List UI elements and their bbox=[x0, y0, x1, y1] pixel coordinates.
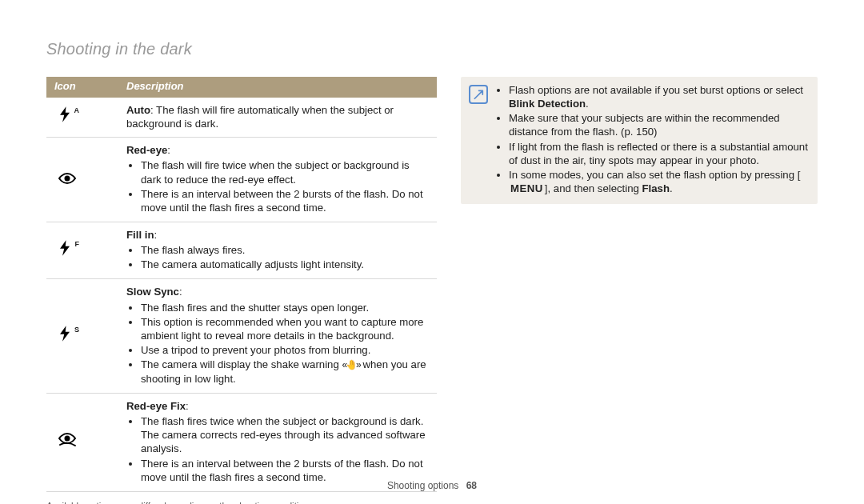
row-bullet: The camera automatically adjusts light i… bbox=[141, 258, 429, 271]
note-item: Make sure that your subjects are within … bbox=[509, 111, 810, 138]
table-row: Red-eye Fix:The flash fires twice when t… bbox=[46, 393, 437, 491]
row-bullet: The flash always fires. bbox=[141, 243, 429, 257]
row-bullets: The flash fires and the shutter stays op… bbox=[126, 301, 429, 386]
row-bullet: The flash fires twice when the subject o… bbox=[141, 414, 429, 455]
row-bullet: The flash will fire twice when the subje… bbox=[141, 158, 429, 186]
desc-cell: Red-eye:The flash will fire twice when t… bbox=[118, 138, 437, 222]
table-row: AAuto: The flash will fire automatically… bbox=[46, 98, 437, 138]
desc-cell: Auto: The flash will fire automatically … bbox=[118, 98, 437, 138]
flash-icon: S bbox=[58, 325, 72, 347]
eye-icon bbox=[58, 169, 77, 190]
shake-warning-icon: «🤚» bbox=[342, 359, 359, 370]
icon-cell: F bbox=[46, 222, 118, 278]
row-title: Red-eye Fix bbox=[126, 400, 186, 412]
icon-cell bbox=[46, 393, 118, 491]
flash-letter: F bbox=[75, 240, 80, 250]
row-title-rest: : bbox=[186, 400, 189, 412]
row-bullets: The flash fires twice when the subject o… bbox=[126, 414, 429, 484]
footer-page-number: 68 bbox=[466, 480, 477, 491]
under-table-note: Available options may differ depending o… bbox=[46, 500, 437, 504]
note-bold: Blink Detection bbox=[509, 98, 586, 110]
icon-cell bbox=[46, 138, 118, 222]
info-note-box: Flash options are not available if you s… bbox=[461, 77, 818, 204]
row-bullet: The camera will display the shake warnin… bbox=[141, 358, 429, 386]
row-bullet: The flash fires and the shutter stays op… bbox=[141, 301, 429, 314]
menu-button-label: MENU bbox=[509, 182, 545, 195]
row-bullets: The flash will fire twice when the subje… bbox=[126, 158, 429, 214]
icon-cell: S bbox=[46, 279, 118, 394]
th-desc: Description bbox=[118, 77, 437, 98]
svg-point-0 bbox=[65, 176, 70, 182]
row-bullets: The flash always fires.The camera automa… bbox=[126, 243, 429, 271]
row-title-rest: : bbox=[167, 144, 170, 156]
row-bullet: This option is recommended when you want… bbox=[141, 315, 429, 342]
flash-options-table: Icon Description AAuto: The flash will f… bbox=[46, 77, 437, 492]
desc-cell: Fill in:The flash always fires.The camer… bbox=[118, 222, 437, 278]
footer-section: Shooting options bbox=[387, 480, 458, 491]
row-title: Fill in bbox=[126, 229, 154, 241]
svg-point-1 bbox=[65, 436, 70, 442]
page-footer: Shooting options 68 bbox=[0, 480, 864, 493]
row-title-rest: : bbox=[154, 229, 157, 241]
note-item: If light from the flash is reflected or … bbox=[509, 140, 810, 167]
note-list: Flash options are not available if you s… bbox=[496, 83, 810, 196]
icon-cell: A bbox=[46, 98, 118, 138]
page-title: Shooting in the dark bbox=[46, 38, 818, 59]
note-bold: Flash bbox=[642, 182, 670, 194]
table-row: SSlow Sync:The flash fires and the shutt… bbox=[46, 279, 437, 394]
row-title: Auto bbox=[126, 104, 150, 116]
row-bullet: Use a tripod to prevent your photos from… bbox=[141, 343, 429, 357]
row-bullet: There is an interval between the 2 burst… bbox=[141, 187, 429, 214]
desc-cell: Slow Sync:The flash fires and the shutte… bbox=[118, 279, 437, 394]
desc-cell: Red-eye Fix:The flash fires twice when t… bbox=[118, 393, 437, 491]
row-title-rest: : The flash will fire automatically when… bbox=[126, 104, 394, 130]
th-icon: Icon bbox=[46, 77, 118, 98]
flash-icon: F bbox=[58, 239, 72, 262]
table-row: Red-eye:The flash will fire twice when t… bbox=[46, 138, 437, 222]
note-item: In some modes, you can also set the flas… bbox=[509, 168, 810, 195]
row-title-rest: : bbox=[179, 286, 182, 298]
note-item: Flash options are not available if you s… bbox=[509, 83, 810, 110]
flash-letter: S bbox=[74, 326, 79, 335]
row-title: Red-eye bbox=[126, 144, 167, 156]
eye-fix-icon bbox=[58, 431, 77, 452]
table-row: FFill in:The flash always fires.The came… bbox=[46, 222, 437, 278]
flash-letter: A bbox=[74, 106, 80, 116]
note-icon bbox=[469, 85, 488, 104]
row-title: Slow Sync bbox=[126, 286, 179, 298]
flash-icon: A bbox=[58, 106, 72, 128]
